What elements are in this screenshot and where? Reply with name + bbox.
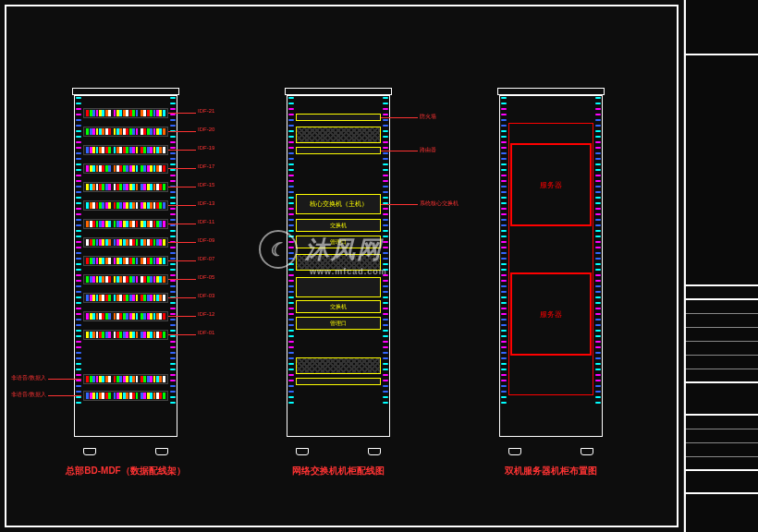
- rail-tick: [595, 319, 601, 320]
- rail-tick: [595, 363, 601, 365]
- rail-tick: [595, 258, 601, 260]
- patch-panel: [83, 330, 168, 340]
- rail-tick: [595, 191, 601, 193]
- mgmt-1: 管理口: [296, 236, 381, 248]
- rail-tick: [501, 169, 507, 171]
- rail-tick: [501, 302, 507, 304]
- rail-tick: [501, 236, 507, 237]
- rail-tick: [288, 147, 294, 149]
- rail-tick: [288, 380, 294, 381]
- rail-tick: [76, 313, 81, 315]
- rail-tick: [383, 252, 388, 254]
- rail-tick: [595, 103, 601, 104]
- server-1: 服务器: [510, 143, 592, 226]
- rail-tick: [383, 335, 388, 337]
- rail-tick: [501, 396, 507, 398]
- rail-tick: [170, 169, 176, 171]
- rail-tick: [501, 280, 507, 282]
- rack-server: 服务器 服务器 双机服务器机柜布置图: [481, 88, 621, 448]
- rail-tick: [383, 274, 388, 276]
- drawing-canvas[interactable]: 总部BD-MDF（数据配线架） IDF-21IDF-20IDF-19IDF-17…: [0, 0, 684, 532]
- tb-logo: [686, 383, 758, 416]
- rail-tick: [501, 252, 507, 254]
- rail-tick: [595, 169, 601, 171]
- rail-tick: [501, 330, 507, 332]
- rail-tick: [501, 374, 507, 376]
- label-idf-21: IDF-21: [168, 113, 196, 114]
- rail-tick: [288, 130, 294, 132]
- rail-tick: [170, 136, 176, 138]
- rail-tick: [595, 369, 601, 370]
- rail-tick: [383, 280, 388, 282]
- rail-tick: [170, 402, 176, 404]
- rail-tick: [501, 335, 507, 337]
- rail-tick: [170, 346, 176, 348]
- tb-row: [686, 286, 758, 300]
- rail-tick: [288, 369, 294, 370]
- patch-panel-voice: [83, 374, 168, 384]
- rail-tick: [76, 324, 81, 326]
- patch-panel: [83, 219, 168, 229]
- rail-tick: [595, 341, 601, 343]
- rail-tick: [288, 302, 294, 304]
- rail-tick: [383, 186, 388, 187]
- rail-tick: [595, 152, 601, 154]
- rail-tick: [76, 125, 81, 127]
- tb-row: [686, 300, 758, 314]
- rail-tick: [76, 103, 81, 104]
- rail-tick: [170, 141, 176, 143]
- rail-tick: [76, 208, 81, 210]
- rail-tick: [288, 163, 294, 165]
- rail-tick: [170, 330, 176, 332]
- rail-tick: [501, 141, 507, 143]
- tb-row: [686, 443, 758, 457]
- rail-tick: [501, 385, 507, 387]
- rail-tick: [76, 219, 81, 221]
- rail-tick: [595, 141, 601, 143]
- tb-row: [686, 314, 758, 328]
- rail-tick: [501, 197, 507, 199]
- tb-row: [686, 429, 758, 443]
- rail-tick: [595, 252, 601, 254]
- rack-title: 总部BD-MDF（数据配线架）: [55, 465, 196, 478]
- tb-row: [686, 342, 758, 356]
- rail-tick: [170, 219, 176, 221]
- rail-tick: [288, 324, 294, 326]
- rail-tick: [383, 324, 388, 326]
- rail-tick: [383, 125, 388, 127]
- rail-tick: [383, 108, 388, 110]
- rail-tick: [76, 302, 81, 304]
- rail-tick: [383, 175, 388, 176]
- rail-tick: [595, 324, 601, 326]
- rail-tick: [76, 369, 81, 370]
- rail-tick: [76, 186, 81, 187]
- rail-tick: [595, 175, 601, 176]
- rail-tick: [383, 152, 388, 154]
- rail-tick: [170, 385, 176, 387]
- rail-tick: [288, 197, 294, 199]
- rail-tick: [76, 197, 81, 199]
- rail-tick: [501, 341, 507, 343]
- rail-tick: [595, 269, 601, 271]
- rail-tick: [595, 374, 601, 376]
- tb-footer: [686, 471, 758, 494]
- rail-tick: [501, 402, 507, 404]
- rail-tick: [288, 346, 294, 348]
- rail-tick: [170, 363, 176, 365]
- label-idf-09: IDF-09: [168, 242, 196, 243]
- rail-tick: [170, 230, 176, 232]
- rail-tick: [501, 103, 507, 104]
- label-idf-20: IDF-20: [168, 131, 196, 132]
- rail-tick: [383, 346, 388, 348]
- rail-tick: [76, 319, 81, 320]
- rail-tick: [76, 308, 81, 309]
- mgmt-2: 管理口: [296, 317, 381, 330]
- rail-tick: [288, 263, 294, 265]
- patch-panel: [83, 200, 168, 211]
- rail-tick: [383, 352, 388, 354]
- rail-tick: [383, 263, 388, 265]
- rail-tick: [76, 363, 81, 365]
- rail-tick: [501, 263, 507, 265]
- rail-tick: [76, 280, 81, 282]
- rail-tick: [76, 274, 81, 276]
